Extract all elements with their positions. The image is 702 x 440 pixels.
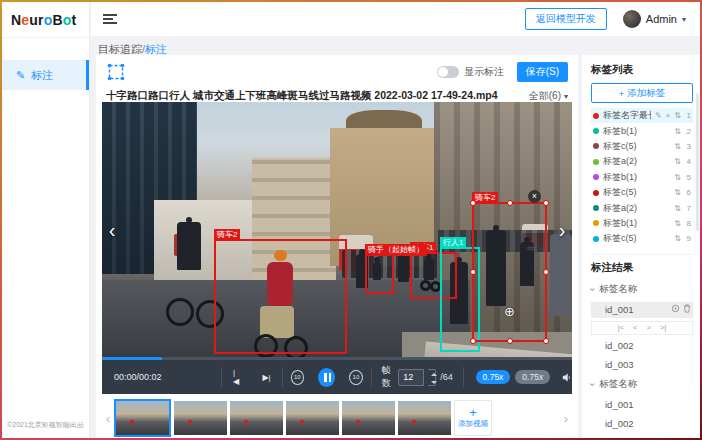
delete-box-icon[interactable]: ×	[528, 190, 541, 203]
sort-icon[interactable]: ⇅	[674, 188, 681, 197]
resize-handle[interactable]	[470, 269, 476, 275]
sort-icon[interactable]: ⇅	[674, 234, 681, 243]
pager-last-icon[interactable]: >|	[660, 323, 666, 332]
label-list-item[interactable]: 标签c(5) ⇅ 9	[591, 231, 693, 246]
add-video-button[interactable]: + 添加视频	[454, 400, 492, 436]
label-color-dot	[593, 220, 599, 226]
save-button[interactable]: 保存(S)	[517, 62, 568, 82]
label-list-item[interactable]: 标签c(5) ⇅ 3	[591, 139, 693, 154]
back-to-model-dev-button[interactable]: 返回模型开发	[525, 8, 607, 30]
result-id: id_003	[605, 357, 634, 373]
resize-handle[interactable]	[470, 200, 476, 206]
prev-frame-button[interactable]: |◀	[233, 368, 240, 386]
result-item[interactable]: id_002	[591, 416, 693, 432]
next-frame-button[interactable]: ▶|	[262, 373, 270, 382]
breadcrumb-parent[interactable]: 目标追踪	[98, 43, 142, 55]
strip-next-arrow[interactable]: ›	[560, 411, 572, 426]
result-group-header[interactable]: › 标签名称	[591, 281, 693, 299]
resize-handle[interactable]	[543, 338, 549, 344]
pager-prev-icon[interactable]: <	[633, 323, 637, 332]
bounding-box-tool-icon[interactable]	[106, 62, 126, 82]
result-item[interactable]: id_003	[591, 435, 693, 438]
resize-cursor-icon: ↔	[526, 240, 537, 252]
jump-back-10-button[interactable]: 10	[291, 370, 305, 385]
frames-label: 帧数	[382, 364, 395, 390]
resize-handle[interactable]	[507, 338, 513, 344]
neurobot-app: NeuroBot ✎ 标注 ©2021北京矩视智能出品 返回模型开发 Admin…	[2, 2, 700, 438]
frame-thumbnail[interactable]	[398, 401, 451, 435]
sort-icon[interactable]: ⇅	[674, 111, 681, 120]
label-color-dot	[593, 159, 599, 165]
bbox-cyclist-2-selected[interactable]: 骑车2 ×	[472, 202, 547, 342]
bbox-cyclist-2[interactable]: 骑车2	[214, 239, 347, 354]
time-display: 00:00/00:02	[114, 372, 221, 382]
label-list-item[interactable]: 标签a(2) ⇅ 7	[591, 200, 693, 215]
frame-thumbnail[interactable]	[174, 401, 227, 435]
show-annotation-toggle[interactable]	[437, 66, 459, 78]
filter-dropdown[interactable]: 全部(6) ▾	[529, 89, 568, 103]
sort-icon[interactable]: ⇅	[674, 204, 681, 213]
result-item[interactable]: id_002	[591, 338, 693, 354]
result-item[interactable]: id_003	[591, 357, 693, 373]
sort-icon[interactable]: ⇅	[674, 127, 681, 136]
label-list-item[interactable]: 标签b(1) ⇅ 2	[591, 123, 693, 138]
username: Admin	[646, 13, 677, 25]
resize-handle[interactable]	[470, 338, 476, 344]
resize-handle[interactable]	[543, 200, 549, 206]
label-list-item[interactable]: 标签b(1) ⇅ 5	[591, 170, 693, 185]
label-list-item[interactable]: 标签c(5) ⇅ 6	[591, 185, 693, 200]
sort-icon[interactable]: ⇅	[674, 142, 681, 151]
player-controls: 00:00/00:02 |◀ ▶| 10 10 帧数 /64 0.75x 0.7…	[102, 357, 572, 394]
label-name: 标签b(1)	[603, 125, 670, 138]
label-list-item[interactable]: 标签名字最长数... ✎ × ⇅ 1	[591, 108, 693, 123]
frame-stepper[interactable]	[428, 369, 436, 386]
pager-first-icon[interactable]: |<	[618, 323, 624, 332]
stepper-up-icon[interactable]	[428, 370, 435, 378]
delete-label-icon[interactable]: ×	[666, 111, 671, 120]
frame-thumbnail[interactable]	[342, 401, 395, 435]
frame-pager: |< < > >|	[591, 321, 693, 335]
menu-collapse-icon[interactable]	[103, 14, 117, 24]
stepper-down-icon[interactable]	[428, 377, 435, 385]
sidebar-item-annotate[interactable]: ✎ 标注	[2, 60, 89, 90]
speed-button-active[interactable]: 0.75x	[476, 370, 511, 384]
volume-icon[interactable]	[562, 372, 572, 383]
add-label-button[interactable]: + 添加标签	[591, 83, 693, 103]
sort-icon[interactable]: ⇅	[674, 219, 681, 228]
video-next-arrow[interactable]: ›	[554, 218, 570, 244]
result-id: id_003	[605, 435, 634, 438]
video-prev-arrow[interactable]: ‹	[104, 218, 120, 244]
edit-label-icon[interactable]: ✎	[655, 111, 662, 120]
user-menu[interactable]: Admin ▾	[623, 10, 686, 28]
logo-letter: B	[52, 12, 62, 28]
bbox-rider-start-frame[interactable]: 骑手（起始帧）	[365, 254, 394, 294]
trash-icon[interactable]	[681, 302, 693, 318]
jump-forward-10-button[interactable]: 10	[349, 370, 363, 385]
result-item-selected[interactable]: id_001	[591, 302, 693, 318]
strip-prev-arrow[interactable]: ‹	[102, 411, 114, 426]
chevron-down-icon: ▾	[564, 92, 568, 101]
label-list-item[interactable]: 标签a(2) ⇅ 4	[591, 154, 693, 169]
label-shortcut: 1	[685, 111, 691, 120]
sort-icon[interactable]: ⇅	[674, 157, 681, 166]
frame-thumbnail-selected[interactable]	[114, 399, 171, 437]
result-item[interactable]: id_001	[591, 397, 693, 413]
resize-handle[interactable]	[507, 200, 513, 206]
sort-icon[interactable]: ⇅	[674, 173, 681, 182]
resize-handle[interactable]	[543, 269, 549, 275]
breadcrumb-current[interactable]: 标注	[145, 43, 167, 55]
move-cursor-icon: ⊕	[504, 304, 515, 319]
frame-thumbnail[interactable]	[230, 401, 283, 435]
label-list-item[interactable]: 标签b(1) ⇅ 8	[591, 216, 693, 231]
locate-icon[interactable]	[669, 302, 681, 318]
label-color-dot	[593, 236, 599, 242]
video-canvas[interactable]: 骑车2 骑车1 骑手（起始帧） 行人1 骑车2 ×	[102, 102, 572, 357]
scrollbar-thumb[interactable]	[696, 93, 699, 231]
frame-number-input[interactable]	[398, 369, 424, 386]
frame-thumbnail[interactable]	[286, 401, 339, 435]
pause-button[interactable]	[318, 368, 335, 387]
pager-next-icon[interactable]: >	[647, 323, 651, 332]
result-group-header[interactable]: › 标签名称	[591, 376, 693, 394]
speed-button[interactable]: 0.75x	[515, 370, 550, 384]
logo-letter: ur	[29, 12, 43, 28]
